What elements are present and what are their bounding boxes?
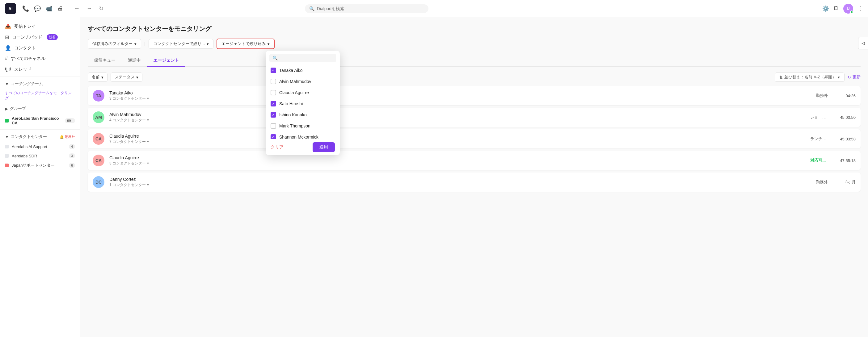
chevron-down-icon-agent[interactable]: ▾ <box>147 118 149 122</box>
channels-icon: # <box>5 56 8 61</box>
agent-info: Tanaka Aiko 3 コンタクトセンター ▾ <box>110 91 811 101</box>
chevron-down-icon-agent[interactable]: ▾ <box>147 139 149 144</box>
col-name-label: 名前 <box>92 74 100 80</box>
tab-active[interactable]: 通話中 <box>122 55 147 67</box>
dropdown-item[interactable]: ✓ Ishino Kanako <box>266 109 340 121</box>
dropdown-checkbox[interactable]: ✓ <box>271 134 276 139</box>
sidebar-cc-label: コンタクトセンター <box>11 134 47 139</box>
dropdown-checkbox[interactable]: ✓ <box>271 101 276 106</box>
dropdown-checkbox[interactable] <box>271 123 276 129</box>
agent-row[interactable]: CA Claudia Aguirre 3 コンタクトセンター ▾ 対応可... … <box>88 151 861 170</box>
sidebar-item-launchpad[interactable]: ⊞ ローンチパッド 新着 <box>0 32 80 42</box>
more-menu-icon[interactable]: ⋮ <box>858 5 863 12</box>
sidebar-aerolabs-ai[interactable]: Aerolabs Ai Support 4 <box>0 142 80 151</box>
agent-filter-dropdown: 🔍 ✓ Tanaka Aiko Alvin Mahmudov Claudia A… <box>266 50 340 155</box>
dropdown-item[interactable]: ✓ Tanaka Aiko <box>266 65 340 76</box>
sidebar-aerolabs-sf[interactable]: AeroLabs San Francisco CA 99+ <box>0 114 80 128</box>
col-status-button[interactable]: ステータス ▾ <box>111 72 143 82</box>
search-input[interactable] <box>317 6 424 11</box>
agent-info: Danny Cortez 1 コンタクトセンター ▾ <box>110 177 811 188</box>
tab-queue[interactable]: 保留キュー <box>88 55 122 67</box>
nav-refresh-button[interactable]: ↻ <box>96 4 106 13</box>
agent-centers: 4 コンタクトセンター ▾ <box>110 117 805 123</box>
refresh-button[interactable]: ↻ 更新 <box>847 74 861 80</box>
agent-list: TA Tanaka Aiko 3 コンタクトセンター ▾ 勤務外 04:26 A… <box>88 86 861 192</box>
agent-info: Alvin Mahmudov 4 コンタクトセンター ▾ <box>110 112 805 123</box>
chevron-down-icon-agent[interactable]: ▾ <box>147 96 149 101</box>
side-panel-toggle[interactable]: ⊲ <box>858 37 868 49</box>
agent-row[interactable]: AM Alvin Mahmudov 4 コンタクトセンター ▾ ショー... 4… <box>88 108 861 127</box>
filter-saved-button[interactable]: 保存済みのフィルター ▾ <box>88 39 141 49</box>
sidebar-item-threads[interactable]: 💬 スレッド <box>0 64 80 75</box>
chat-icon[interactable]: 💬 <box>34 5 41 12</box>
dropdown-checkbox[interactable]: ✓ <box>271 68 276 73</box>
sidebar-launchpad-label: ローンチパッド <box>12 35 42 40</box>
sidebar-coaching-section[interactable]: ▼ コーチングチーム <box>0 79 80 89</box>
agent-avatar: CA <box>93 155 104 166</box>
calendar-icon[interactable]: 🗓 <box>833 5 839 12</box>
sidebar-groups-section[interactable]: ▶ グループ <box>0 103 80 114</box>
japan-support-dot <box>5 164 9 167</box>
dropdown-checkbox[interactable] <box>271 90 276 95</box>
agent-centers: 3 コンタクトセンター ▾ <box>110 161 805 166</box>
dropdown-footer: クリア 適用 <box>266 139 340 155</box>
agent-row[interactable]: DC Danny Cortez 1 コンタクトセンター ▾ 勤務外 3ヶ月 <box>88 172 861 192</box>
agent-status: ランチ... <box>810 136 835 142</box>
page-title: すべてのコンタクトセンターをモニタリング <box>88 25 861 33</box>
topbar-nav: ← → ↻ <box>72 4 106 13</box>
agent-row[interactable]: TA Tanaka Aiko 3 コンタクトセンター ▾ 勤務外 04:26 <box>88 86 861 105</box>
refresh-icon: ↻ <box>847 75 851 79</box>
clear-button[interactable]: クリア <box>271 144 284 150</box>
sort-button[interactable]: ⇅ 並び替え：名前 A-Z（昇順） ▾ <box>775 72 844 82</box>
apply-button[interactable]: 適用 <box>313 142 335 152</box>
sidebar-coaching-link[interactable]: すべてのコーチングチームをモニタリング <box>0 89 80 103</box>
launchpad-badge: 新着 <box>46 34 58 40</box>
agent-centers: 1 コンタクトセンター ▾ <box>110 182 811 188</box>
filter-contact-center-button[interactable]: コンタクトセンターで絞り... ▾ <box>149 39 213 49</box>
app-logo[interactable]: AI <box>5 3 16 14</box>
print-icon[interactable]: 🖨 <box>58 5 63 12</box>
col-status-label: ステータス <box>115 74 135 80</box>
chevron-down-icon5: ▾ <box>268 42 270 46</box>
agent-centers: 3 コンタクトセンター ▾ <box>110 96 811 101</box>
dropdown-agent-name: Sato Hiroshi <box>279 101 303 106</box>
tabs-row: 保留キュー 通話中 エージェント <box>88 55 861 67</box>
dropdown-checkbox[interactable]: ✓ <box>271 112 276 117</box>
dropdown-item[interactable]: Mark Thompson <box>266 121 340 131</box>
sidebar-item-channels[interactable]: # すべてのチャネル <box>0 54 80 64</box>
video-icon[interactable]: 📹 <box>46 5 53 12</box>
sidebar-threads-label: スレッド <box>14 67 32 72</box>
tab-agents[interactable]: エージェント <box>147 55 185 67</box>
chevron-right-icon: ▶ <box>5 106 8 111</box>
aerolabs-sf-badge: 99+ <box>65 118 75 123</box>
avatar[interactable]: U <box>843 4 853 13</box>
agent-time: 47:55:18 <box>840 158 856 163</box>
agent-row[interactable]: CA Claudia Aguirre 7 コンタクトセンター ▾ ランチ... … <box>88 129 861 148</box>
sort-icon: ⇅ <box>779 75 783 79</box>
dropdown-item[interactable]: Alvin Mahmudov <box>266 76 340 87</box>
dropdown-checkbox[interactable] <box>271 79 276 84</box>
chevron-down-icon-agent[interactable]: ▾ <box>147 183 149 187</box>
dropdown-item[interactable]: ✓ Sato Hiroshi <box>266 98 340 109</box>
filter-separator: | <box>144 41 146 46</box>
col-name-button[interactable]: 名前 ▾ <box>88 72 107 82</box>
dropdown-item[interactable]: Claudia Aguirre <box>266 87 340 98</box>
settings-icon[interactable]: ⚙️ <box>822 5 829 12</box>
dropdown-search-input[interactable] <box>280 56 333 61</box>
sidebar-item-inbox[interactable]: 📥 受信トレイ <box>0 21 80 32</box>
aerolabs-ai-dot <box>5 145 9 148</box>
sidebar-item-contacts[interactable]: 👤 コンタクト <box>0 42 80 54</box>
chevron-down-icon3: ▾ <box>134 42 136 46</box>
sidebar-japan-support[interactable]: Japanサポートセンター 6 <box>0 161 80 170</box>
sidebar-aerolabs-sdr[interactable]: Aerolabs SDR 3 <box>0 151 80 161</box>
nav-forward-button[interactable]: → <box>84 4 95 13</box>
nav-back-button[interactable]: ← <box>72 4 82 13</box>
aerolabs-sdr-badge: 3 <box>69 154 75 158</box>
dropdown-item[interactable]: ✓ Shannon Mckormick <box>266 131 340 139</box>
agent-avatar: TA <box>93 90 104 102</box>
topbar: AI 📞 💬 📹 🖨 ← → ↻ 🔍 ⚙️ 🗓 U ⋮ <box>0 0 868 17</box>
agent-info: Claudia Aguirre 3 コンタクトセンター ▾ <box>110 155 805 166</box>
filter-agent-button[interactable]: エージェントで絞り込み ▾ <box>217 39 275 49</box>
chevron-down-icon-agent[interactable]: ▾ <box>147 161 149 165</box>
phone-icon[interactable]: 📞 <box>22 5 29 12</box>
